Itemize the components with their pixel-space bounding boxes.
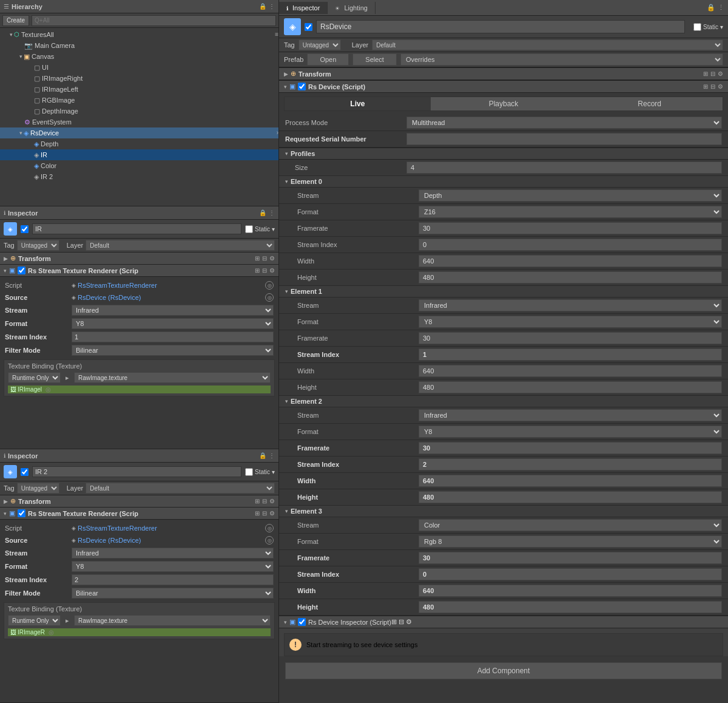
inspector-ir-static-arrow[interactable]: ▾ <box>272 226 275 233</box>
inspector-ir-script-icon2[interactable]: ⊟ <box>262 267 267 274</box>
tree-item-texturesAll[interactable]: ▾ ⬡ TexturesAll ≡ <box>0 29 278 40</box>
el3-format-select[interactable]: Rgb 8 <box>419 535 722 548</box>
ir2-format-select[interactable]: Y8 <box>72 561 274 572</box>
tree-item-rsDevice[interactable]: ▾ ◈ RsDevice › <box>0 127 278 138</box>
ir-tex-close[interactable]: ◎ <box>46 386 51 393</box>
right-rsdevice-checkbox[interactable] <box>298 83 306 90</box>
el0-stream-select[interactable]: Depth <box>419 189 722 202</box>
ir-tex-badge[interactable]: 🖼 IRImagel ◎ <box>8 385 271 393</box>
tree-item-color[interactable]: ◈ Color <box>0 160 278 171</box>
right-static-arrow[interactable]: ▾ <box>720 24 723 30</box>
element-0-header[interactable]: ▾ Element 0 <box>279 176 728 188</box>
tab-lighting[interactable]: ☀ Lighting <box>328 2 376 14</box>
el1-height-input[interactable] <box>419 381 722 393</box>
inspector-ir2-transform-gear[interactable]: ⚙ <box>269 498 275 504</box>
element-3-header[interactable]: ▾ Element 3 <box>279 506 728 517</box>
inspector-ir-script-checkbox[interactable] <box>18 267 25 274</box>
inspector-ir-transform-icon2[interactable]: ⊟ <box>262 255 267 262</box>
mode-playback-btn[interactable]: Playback <box>431 97 577 110</box>
ir2-source-value[interactable]: RsDevice (RsDevice) <box>78 537 263 544</box>
right-prefab-overrides-select[interactable]: Overrides <box>400 53 723 66</box>
el2-height-input[interactable] <box>419 491 722 503</box>
inspector-ir-transform-header[interactable]: ▶ ⊕ Transform ⊞ ⊟ ⚙ <box>0 253 278 265</box>
right-layer-select[interactable]: Default <box>372 39 723 50</box>
right-transform-icon2[interactable]: ⊟ <box>710 70 715 77</box>
tree-item-eventSystem[interactable]: ⚙ EventSystem <box>0 117 278 127</box>
el1-framerate-input[interactable] <box>419 332 722 344</box>
tree-item-arrow[interactable]: › <box>277 128 278 138</box>
inspector-ir-script-header[interactable]: ▾ ▣ Rs Stream Texture Renderer (Scrip ⊞ … <box>0 265 278 277</box>
device-insp-icon1[interactable]: ⊞ <box>391 618 397 625</box>
inspector-ir2-transform-icon2[interactable]: ⊟ <box>262 498 267 504</box>
mode-record-btn[interactable]: Record <box>576 97 723 110</box>
ir-source-value[interactable]: RsDevice (RsDevice) <box>78 294 263 301</box>
tree-item-irImageRight[interactable]: ▢ IRImageRight <box>0 73 278 84</box>
add-component-button[interactable]: Add Component <box>285 662 722 679</box>
el2-stream-select[interactable]: Infrared <box>419 409 722 421</box>
right-menu-icon[interactable]: ⋮ <box>718 4 724 12</box>
right-serial-input[interactable] <box>406 133 722 145</box>
right-transform-gear[interactable]: ⚙ <box>718 70 723 77</box>
tree-item-mainCamera[interactable]: 📷 Main Camera <box>0 40 278 51</box>
inspector-ir2-static-arrow[interactable]: ▾ <box>272 469 275 475</box>
device-insp-checkbox[interactable] <box>298 618 306 626</box>
ir2-filter-select[interactable]: Bilinear <box>72 588 274 599</box>
inspector-ir2-transform-header[interactable]: ▶ ⊕ Transform ⊞ ⊟ ⚙ <box>0 495 278 508</box>
right-rsdevice-header[interactable]: ▾ ▣ Rs Device (Script) ⊞ ⊟ ⚙ <box>279 80 728 93</box>
inspector-ir2-name-input[interactable] <box>32 466 241 477</box>
tree-item-irImageLeft[interactable]: ▢ IRImageLeft <box>0 84 278 95</box>
inspector-ir-static-checkbox[interactable] <box>245 225 253 233</box>
el3-stream-select[interactable]: Color <box>419 519 722 531</box>
right-transform-header[interactable]: ▶ ⊕ Transform ⊞ ⊟ ⚙ <box>279 67 728 80</box>
tree-item-ir2[interactable]: ◈ IR 2 <box>0 171 278 182</box>
ir2-script-select-icon[interactable]: ◎ <box>265 524 274 532</box>
el1-streamindex-input[interactable] <box>419 348 722 361</box>
inspector-ir2-transform-icon1[interactable]: ⊞ <box>255 498 260 504</box>
hierarchy-lock-icon[interactable]: 🔒 <box>259 3 266 10</box>
inspector-ir-transform-icon1[interactable]: ⊞ <box>255 255 260 262</box>
ir-runtime-select[interactable]: Runtime Only <box>8 372 61 383</box>
ir-filter-select[interactable]: Bilinear <box>72 345 274 356</box>
ir-rawimage-select[interactable]: RawImage.texture <box>74 372 271 383</box>
inspector-ir2-script-header[interactable]: ▾ ▣ Rs Stream Texture Renderer (Scrip ⊞ … <box>0 508 278 520</box>
el3-streamindex-input[interactable] <box>419 568 722 580</box>
tree-item-menu[interactable]: ≡ <box>275 30 278 39</box>
el0-width-input[interactable] <box>419 255 722 267</box>
inspector-ir-menu[interactable]: ⋮ <box>269 209 275 216</box>
right-prefab-select-btn[interactable]: Select <box>352 53 397 66</box>
el0-framerate-input[interactable] <box>419 222 722 234</box>
el1-format-select[interactable]: Y8 <box>419 316 722 328</box>
device-insp-icon2[interactable]: ⊟ <box>399 618 404 625</box>
ir-stream-index-input[interactable] <box>72 331 274 342</box>
inspector-ir-script-gear[interactable]: ⚙ <box>269 267 275 274</box>
ir2-stream-index-input[interactable] <box>72 574 274 585</box>
profiles-section-header[interactable]: ▾ Profiles <box>279 148 728 160</box>
right-lock-icon[interactable]: 🔒 <box>707 4 715 12</box>
inspector-ir-layer-select[interactable]: Default <box>86 240 275 251</box>
el0-streamindex-input[interactable] <box>419 239 722 251</box>
right-tag-select[interactable]: Untagged <box>298 39 341 50</box>
inspector-ir2-script-icon2[interactable]: ⊟ <box>262 510 267 517</box>
hierarchy-search[interactable] <box>32 15 276 26</box>
inspector-ir2-menu[interactable]: ⋮ <box>269 452 275 459</box>
ir2-source-select-icon[interactable]: ◎ <box>265 536 274 545</box>
right-process-mode-select[interactable]: Multithread <box>406 117 722 129</box>
inspector-ir2-script-checkbox[interactable] <box>18 509 25 517</box>
el2-width-input[interactable] <box>419 475 722 487</box>
el1-width-input[interactable] <box>419 365 722 377</box>
tab-inspector[interactable]: ℹ Inspector <box>279 2 328 14</box>
right-static-checkbox[interactable] <box>693 23 701 31</box>
tree-item-rgbImage[interactable]: ▢ RGBImage <box>0 95 278 106</box>
inspector-ir-active-checkbox[interactable] <box>21 225 29 233</box>
inspector-ir2-script-gear[interactable]: ⚙ <box>269 510 275 517</box>
inspector-ir2-active-checkbox[interactable] <box>21 468 29 476</box>
element-1-header[interactable]: ▾ Element 1 <box>279 286 728 297</box>
inspector-ir-tag-select[interactable]: Untagged <box>17 240 59 251</box>
inspector-ir2-static-checkbox[interactable] <box>245 468 253 476</box>
ir2-script-value[interactable]: RsStreamTextureRenderer <box>78 525 263 532</box>
right-rsdevice-icon1[interactable]: ⊞ <box>703 83 708 90</box>
element-2-header[interactable]: ▾ Element 2 <box>279 396 728 407</box>
tree-item-canvas[interactable]: ▾ ▣ Canvas <box>0 51 278 62</box>
ir2-tex-close[interactable]: ◎ <box>49 629 54 636</box>
tree-item-depthImage[interactable]: ▢ DepthImage <box>0 106 278 117</box>
